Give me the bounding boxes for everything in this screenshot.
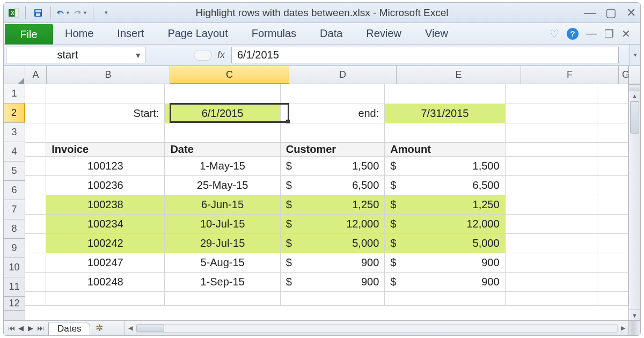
fx-icon[interactable]: fx bbox=[217, 49, 225, 61]
scroll-track[interactable] bbox=[629, 101, 640, 310]
row-9[interactable]: 9 bbox=[4, 239, 25, 258]
h-scroll-thumb[interactable] bbox=[136, 325, 164, 332]
cell-date[interactable]: 1-May-15 bbox=[165, 156, 280, 175]
h-scroll-track[interactable] bbox=[136, 324, 618, 333]
next-sheet-icon[interactable]: ▶ bbox=[26, 324, 35, 332]
tab-insert[interactable]: Insert bbox=[105, 23, 156, 44]
col-E[interactable]: E bbox=[397, 66, 521, 84]
row-8[interactable]: 8 bbox=[4, 219, 25, 239]
resize-grip[interactable] bbox=[628, 321, 640, 335]
scroll-thumb[interactable] bbox=[630, 101, 639, 134]
row-6[interactable]: 6 bbox=[4, 181, 25, 200]
cell-customer[interactable]: 1,250 bbox=[280, 195, 385, 214]
cell-invoice[interactable]: 100242 bbox=[46, 233, 165, 253]
cell-customer[interactable]: 6,500 bbox=[280, 175, 385, 195]
horizontal-scrollbar[interactable]: ◀ ▶ bbox=[125, 321, 628, 335]
scroll-down-button[interactable]: ▼ bbox=[629, 310, 640, 320]
split-handle[interactable] bbox=[629, 84, 640, 91]
minimize-ribbon-icon[interactable]: ♡ bbox=[550, 27, 559, 40]
cell-customer[interactable]: 900 bbox=[280, 253, 385, 272]
col-F[interactable]: F bbox=[521, 66, 619, 84]
cell-invoice[interactable]: 100238 bbox=[46, 195, 165, 214]
new-sheet-button[interactable]: ✲ bbox=[90, 321, 108, 335]
help-icon[interactable]: ? bbox=[567, 28, 579, 40]
row-11[interactable]: 11 bbox=[4, 277, 25, 297]
sheet-tab[interactable]: Dates bbox=[48, 322, 90, 335]
row-5[interactable]: 5 bbox=[4, 161, 25, 181]
cell-date[interactable]: 10-Jul-15 bbox=[165, 214, 280, 233]
cell-customer[interactable]: 12,000 bbox=[280, 214, 385, 233]
quick-access-toolbar: X ▼ ▼ ▾ bbox=[8, 6, 113, 19]
cells-area[interactable]: Start: 6/1/2015 end: 7/31/2015 Invoice D… bbox=[25, 84, 628, 320]
tab-data[interactable]: Data bbox=[308, 23, 354, 44]
row-4[interactable]: 4 bbox=[4, 142, 25, 161]
chevron-down-icon[interactable]: ▼ bbox=[65, 10, 70, 16]
cell-amount[interactable]: 5,000 bbox=[385, 233, 505, 253]
cell-invoice[interactable]: 100234 bbox=[46, 214, 165, 233]
row-12[interactable]: 12 bbox=[4, 297, 25, 311]
table-row: 1002475-Aug-15900900 bbox=[25, 253, 628, 272]
cell-amount[interactable]: 6,500 bbox=[385, 175, 505, 195]
prev-sheet-icon[interactable]: ◀ bbox=[17, 324, 25, 332]
cell-date[interactable]: 5-Aug-15 bbox=[165, 253, 280, 272]
undo-button[interactable]: ▼ bbox=[56, 6, 70, 19]
doc-minimize-button[interactable]: — bbox=[586, 27, 597, 40]
scroll-right-button[interactable]: ▶ bbox=[618, 325, 628, 332]
first-sheet-icon[interactable]: ⏮ bbox=[7, 324, 16, 332]
tab-page-layout[interactable]: Page Layout bbox=[156, 23, 239, 44]
select-all-corner[interactable] bbox=[4, 66, 25, 84]
cell-amount[interactable]: 12,000 bbox=[385, 214, 505, 233]
row-1[interactable]: 1 bbox=[4, 84, 25, 104]
tab-review[interactable]: Review bbox=[354, 23, 413, 44]
close-button[interactable]: ✕ bbox=[626, 7, 636, 19]
start-value[interactable]: 6/1/2015 bbox=[165, 104, 280, 123]
row-2[interactable]: 2 bbox=[4, 104, 25, 123]
doc-close-button[interactable]: ✕ bbox=[621, 27, 631, 40]
row-3[interactable]: 3 bbox=[4, 123, 25, 142]
maximize-button[interactable]: ▢ bbox=[605, 7, 617, 19]
row-7[interactable]: 7 bbox=[4, 200, 25, 219]
tab-view[interactable]: View bbox=[413, 23, 460, 44]
end-value[interactable]: 7/31/2015 bbox=[385, 104, 505, 123]
col-G[interactable]: G bbox=[619, 66, 628, 84]
cell-customer[interactable]: 1,500 bbox=[280, 156, 385, 175]
cell-amount[interactable]: 900 bbox=[385, 272, 505, 291]
cell-amount[interactable]: 1,500 bbox=[385, 156, 505, 175]
cell-date[interactable]: 29-Jul-15 bbox=[165, 233, 280, 253]
save-icon[interactable] bbox=[31, 6, 45, 19]
cell-customer[interactable]: 900 bbox=[280, 272, 385, 291]
col-D[interactable]: D bbox=[289, 66, 397, 84]
cell-customer[interactable]: 5,000 bbox=[280, 233, 385, 253]
col-A[interactable]: A bbox=[25, 66, 47, 84]
customize-qat-button[interactable]: ▾ bbox=[99, 6, 113, 19]
sheet-nav-buttons[interactable]: ⏮ ◀ ▶ ⏭ bbox=[4, 321, 48, 335]
chevron-down-icon[interactable]: ▼ bbox=[83, 10, 87, 16]
scroll-up-button[interactable]: ▲ bbox=[629, 91, 640, 101]
cell-invoice[interactable]: 100247 bbox=[46, 253, 165, 272]
name-box[interactable]: start ▼ bbox=[6, 47, 145, 63]
minimize-button[interactable]: — bbox=[584, 7, 596, 19]
row-10[interactable]: 10 bbox=[4, 258, 25, 277]
last-sheet-icon[interactable]: ⏭ bbox=[36, 324, 45, 332]
formula-input[interactable]: 6/1/2015 bbox=[231, 47, 619, 63]
cell-date[interactable]: 6-Jun-15 bbox=[165, 195, 280, 214]
cell-invoice[interactable]: 100123 bbox=[46, 156, 165, 175]
cell-invoice[interactable]: 100236 bbox=[46, 175, 165, 195]
tab-formulas[interactable]: Formulas bbox=[240, 23, 308, 44]
expand-formula-bar[interactable]: ▾ bbox=[630, 45, 640, 65]
col-B[interactable]: B bbox=[47, 66, 170, 84]
cell-invoice[interactable]: 100248 bbox=[46, 272, 165, 291]
cell-amount[interactable]: 1,250 bbox=[385, 195, 505, 214]
cell-date[interactable]: 25-May-15 bbox=[165, 175, 280, 195]
scroll-left-button[interactable]: ◀ bbox=[125, 325, 136, 332]
cell-date[interactable]: 1-Sep-15 bbox=[165, 272, 280, 291]
chevron-down-icon[interactable]: ▼ bbox=[134, 51, 142, 60]
cell-amount[interactable]: 900 bbox=[385, 253, 505, 272]
col-C[interactable]: C bbox=[170, 66, 289, 84]
redo-button[interactable]: ▼ bbox=[74, 6, 87, 19]
tab-home[interactable]: Home bbox=[53, 23, 105, 44]
file-tab[interactable]: File bbox=[5, 24, 53, 45]
doc-restore-button[interactable]: ❐ bbox=[604, 27, 614, 40]
title-bar: X ▼ ▼ ▾ Highlight rows with dates betwee… bbox=[4, 3, 640, 23]
vertical-scrollbar[interactable]: ▲ ▼ bbox=[628, 84, 640, 320]
